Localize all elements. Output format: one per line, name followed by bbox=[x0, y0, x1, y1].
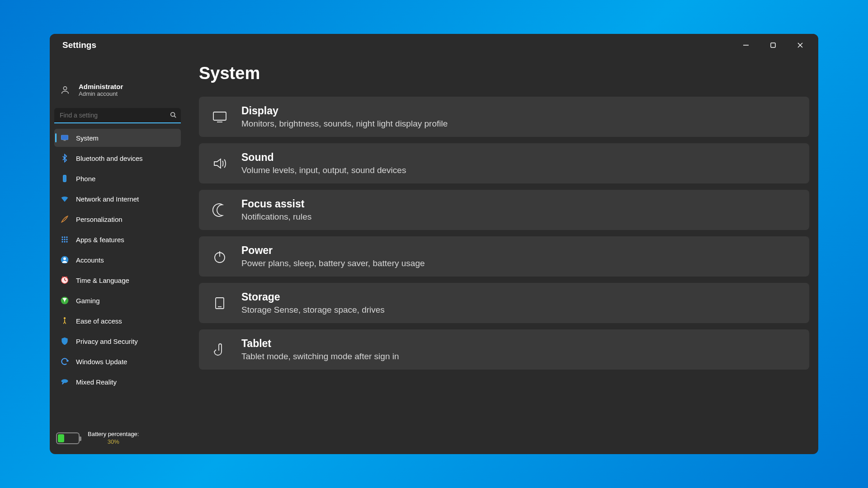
card-sub: Notifications, rules bbox=[241, 212, 311, 222]
sidebar-item-update[interactable]: Windows Update bbox=[54, 352, 181, 371]
search-input[interactable] bbox=[54, 108, 181, 123]
maximize-icon bbox=[770, 42, 776, 48]
sidebar-item-system[interactable]: System bbox=[54, 129, 181, 147]
sidebar-item-label: Windows Update bbox=[76, 358, 127, 366]
svg-rect-29 bbox=[213, 112, 226, 120]
sidebar-item-phone[interactable]: Phone bbox=[54, 169, 181, 188]
svg-point-24 bbox=[62, 277, 63, 278]
sidebar-item-label: System bbox=[76, 134, 99, 142]
card-tablet[interactable]: Tablet Tablet mode, switching mode after… bbox=[199, 329, 809, 370]
svg-line-6 bbox=[175, 116, 176, 118]
svg-point-12 bbox=[66, 236, 67, 238]
sidebar-item-personalization[interactable]: Personalization bbox=[54, 210, 181, 228]
card-storage[interactable]: Storage Storage Sense, storage space, dr… bbox=[199, 283, 809, 323]
svg-point-14 bbox=[64, 239, 65, 240]
battery-text: Battery percentage: 30% bbox=[88, 431, 139, 446]
card-title: Display bbox=[241, 105, 448, 117]
account-icon bbox=[60, 255, 70, 265]
sidebar-item-label: Phone bbox=[76, 175, 95, 183]
sidebar-item-ease[interactable]: Ease of access bbox=[54, 312, 181, 330]
svg-point-11 bbox=[64, 236, 65, 238]
card-body: Storage Storage Sense, storage space, dr… bbox=[241, 291, 385, 315]
card-title: Tablet bbox=[241, 338, 399, 350]
svg-point-20 bbox=[63, 258, 66, 260]
svg-point-10 bbox=[61, 236, 63, 238]
card-title: Sound bbox=[241, 151, 406, 164]
card-body: Power Power plans, sleep, battery saver,… bbox=[241, 244, 425, 268]
display-icon bbox=[210, 107, 230, 127]
account-text: Administrator Admin account bbox=[79, 83, 123, 97]
card-sub: Storage Sense, storage space, drives bbox=[241, 305, 385, 315]
settings-window: Settings Administrator Admin account bbox=[50, 34, 818, 454]
card-title: Power bbox=[241, 244, 425, 257]
avatar bbox=[59, 84, 71, 96]
svg-point-15 bbox=[66, 239, 67, 240]
svg-rect-8 bbox=[64, 140, 66, 141]
sidebar-item-bluetooth[interactable]: Bluetooth and devices bbox=[54, 149, 181, 167]
main-panel: System Display Monitors, brightness, sou… bbox=[185, 56, 818, 454]
sidebar-item-accounts[interactable]: Accounts bbox=[54, 251, 181, 269]
svg-rect-7 bbox=[61, 135, 68, 140]
window-controls bbox=[732, 36, 814, 54]
card-body: Tablet Tablet mode, switching mode after… bbox=[241, 338, 399, 361]
sidebar-item-time[interactable]: Time & Language bbox=[54, 271, 181, 289]
sidebar-item-label: Bluetooth and devices bbox=[76, 155, 143, 162]
brush-icon bbox=[60, 214, 70, 224]
svg-rect-9 bbox=[63, 175, 66, 182]
svg-rect-1 bbox=[771, 43, 775, 47]
account-block[interactable]: Administrator Admin account bbox=[54, 60, 181, 108]
close-icon bbox=[797, 42, 803, 48]
sidebar-item-privacy[interactable]: Privacy and Security bbox=[54, 332, 181, 350]
sidebar-item-apps[interactable]: Apps & features bbox=[54, 230, 181, 249]
sidebar-item-gaming[interactable]: Gaming bbox=[54, 291, 181, 310]
sidebar-item-mixed-reality[interactable]: Mixed Reality bbox=[54, 373, 181, 391]
battery-status: Battery percentage: 30% bbox=[54, 425, 181, 454]
svg-point-18 bbox=[66, 241, 67, 242]
page-title: System bbox=[199, 64, 809, 83]
card-body: Sound Volume levels, input, output, soun… bbox=[241, 151, 406, 175]
svg-point-17 bbox=[64, 241, 65, 242]
sidebar-item-label: Ease of access bbox=[76, 317, 122, 325]
storage-icon bbox=[210, 293, 230, 313]
sidebar: Administrator Admin account System Bluet… bbox=[50, 56, 185, 454]
card-title: Focus assist bbox=[241, 198, 311, 210]
window-title: Settings bbox=[62, 40, 96, 50]
bluetooth-icon bbox=[60, 153, 70, 163]
card-focus-assist[interactable]: Focus assist Notifications, rules bbox=[199, 190, 809, 230]
shield-icon bbox=[60, 336, 70, 346]
xbox-icon bbox=[60, 296, 70, 305]
sidebar-item-label: Apps & features bbox=[76, 236, 124, 244]
card-display[interactable]: Display Monitors, brightness, sounds, ni… bbox=[199, 97, 809, 137]
battery-percent: 30% bbox=[88, 438, 139, 446]
card-body: Display Monitors, brightness, sounds, ni… bbox=[241, 105, 448, 129]
svg-point-4 bbox=[63, 87, 66, 90]
sidebar-item-label: Privacy and Security bbox=[76, 338, 138, 345]
clock-icon bbox=[60, 275, 70, 285]
maximize-button[interactable] bbox=[760, 36, 787, 54]
vr-icon bbox=[60, 377, 70, 387]
wifi-icon bbox=[60, 194, 70, 204]
card-list: Display Monitors, brightness, sounds, ni… bbox=[199, 97, 809, 373]
card-power[interactable]: Power Power plans, sleep, battery saver,… bbox=[199, 236, 809, 277]
svg-point-16 bbox=[61, 241, 63, 242]
search-container bbox=[54, 108, 181, 123]
person-icon bbox=[60, 85, 70, 95]
monitor-icon bbox=[60, 133, 70, 143]
minimize-button[interactable] bbox=[732, 36, 760, 54]
sidebar-item-network[interactable]: Network and Internet bbox=[54, 190, 181, 208]
sound-icon bbox=[210, 154, 230, 174]
svg-point-25 bbox=[66, 277, 67, 278]
card-sound[interactable]: Sound Volume levels, input, output, soun… bbox=[199, 143, 809, 183]
phone-icon bbox=[60, 174, 70, 183]
update-icon bbox=[60, 357, 70, 366]
accessibility-icon bbox=[60, 316, 70, 326]
minimize-icon bbox=[743, 42, 749, 48]
sidebar-item-label: Network and Internet bbox=[76, 195, 139, 203]
touch-icon bbox=[210, 340, 230, 360]
close-button[interactable] bbox=[787, 36, 814, 54]
battery-label: Battery percentage: bbox=[88, 431, 139, 438]
grid-icon bbox=[60, 235, 70, 244]
nav-list: System Bluetooth and devices Phone Netwo… bbox=[54, 129, 181, 425]
sidebar-item-label: Time & Language bbox=[76, 277, 129, 284]
sidebar-item-label: Gaming bbox=[76, 297, 100, 305]
